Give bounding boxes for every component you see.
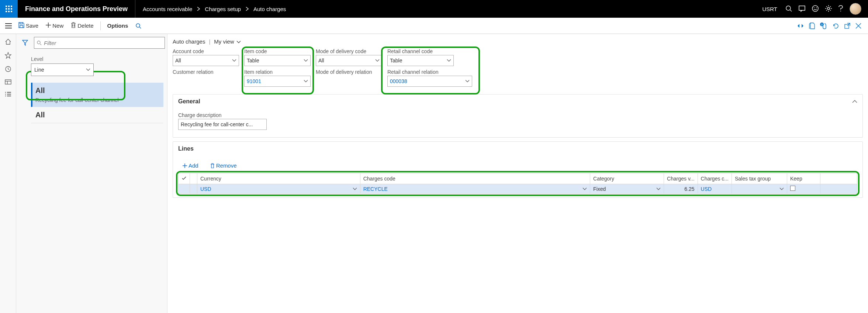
svg-line-10 <box>790 10 792 11</box>
table-row[interactable]: USD RECYCLE Fixed 6.25 USD <box>179 184 857 194</box>
recent-icon[interactable] <box>5 66 11 73</box>
options-button[interactable]: Options <box>104 21 131 30</box>
row-marker-cell <box>190 184 197 194</box>
app-launcher-button[interactable] <box>0 0 18 18</box>
user-avatar[interactable] <box>850 3 861 15</box>
workspaces-icon[interactable] <box>5 79 11 86</box>
col-charges-value[interactable]: Charges v... <box>664 173 698 184</box>
svg-rect-6 <box>6 11 7 12</box>
page-title: Auto charges <box>173 38 205 45</box>
refresh-icon[interactable] <box>833 23 839 29</box>
breadcrumb-item[interactable]: Accounts receivable <box>143 6 192 12</box>
add-label: Add <box>189 162 198 169</box>
retail-relation-select[interactable]: 000038 <box>387 76 472 87</box>
retail-code-label: Retail channel code <box>387 48 454 54</box>
cell-charges-value[interactable]: 6.25 <box>667 186 694 192</box>
svg-rect-11 <box>799 6 805 10</box>
mode-code-value: All <box>318 58 324 63</box>
cell-charges-currency[interactable]: USD <box>701 186 729 192</box>
breadcrumb-item[interactable]: Charges setup <box>205 6 241 12</box>
chevron-down-icon <box>232 59 236 62</box>
search-action-button[interactable] <box>132 21 144 30</box>
svg-rect-4 <box>8 8 10 10</box>
filter-icon[interactable] <box>18 36 32 49</box>
company-picker[interactable]: USRT <box>762 6 777 12</box>
related-info-icon[interactable] <box>797 24 804 28</box>
checkbox-icon[interactable] <box>790 186 795 191</box>
chevron-down-icon <box>582 188 587 190</box>
chevron-right-icon <box>245 7 249 11</box>
breadcrumb-item[interactable]: Auto charges <box>253 6 286 12</box>
cell-sales-tax[interactable] <box>735 188 784 190</box>
plus-icon <box>183 164 187 168</box>
attachments-badge-icon[interactable]: 0 <box>820 23 827 29</box>
cell-currency[interactable]: USD <box>200 186 357 192</box>
chevron-down-icon <box>375 59 380 62</box>
retail-code-select[interactable]: Table <box>387 55 454 66</box>
list-item-sub: Recycling fee for call-center channel <box>35 97 159 103</box>
remove-line-button[interactable]: Remove <box>207 161 240 170</box>
retail-relation-label: Retail channel relation <box>387 69 454 75</box>
item-code-value: Table <box>247 58 259 63</box>
home-icon[interactable] <box>5 38 11 46</box>
page-actions: 0 <box>797 23 865 29</box>
retail-relation-value: 000038 <box>390 78 407 84</box>
item-relation-select[interactable]: 91001 <box>244 76 311 87</box>
filter-input-text[interactable] <box>44 40 162 46</box>
remove-label: Remove <box>216 162 237 169</box>
charge-desc-input[interactable]: Recycling fee for call-center c... <box>178 119 267 130</box>
add-line-button[interactable]: Add <box>180 161 201 170</box>
favorites-icon[interactable] <box>5 52 11 60</box>
attachments-icon[interactable] <box>809 23 815 29</box>
col-keep[interactable]: Keep <box>787 173 820 184</box>
col-currency[interactable]: Currency <box>197 173 360 184</box>
save-button[interactable]: Save <box>15 21 41 31</box>
level-select[interactable]: Line <box>31 63 94 76</box>
cell-keep[interactable] <box>787 184 820 194</box>
feedback-icon[interactable] <box>812 5 819 13</box>
col-charges-code[interactable]: Charges code <box>360 173 590 184</box>
col-category[interactable]: Category <box>590 173 664 184</box>
svg-point-9 <box>786 6 791 10</box>
mode-code-label: Mode of delivery code <box>316 48 382 54</box>
collapse-icon[interactable] <box>852 98 857 105</box>
svg-line-48 <box>40 44 41 45</box>
nav-toggle-button[interactable] <box>3 23 14 28</box>
svg-point-12 <box>812 6 818 11</box>
col-sales-tax[interactable]: Sales tax group <box>732 173 787 184</box>
row-select-cell[interactable] <box>179 184 190 194</box>
view-label: My view <box>214 38 234 45</box>
popout-icon[interactable] <box>844 23 850 29</box>
col-charges-currency[interactable]: Charges c... <box>698 173 732 184</box>
new-button[interactable]: New <box>43 21 66 30</box>
chevron-down-icon <box>465 80 470 83</box>
svg-rect-8 <box>11 11 12 12</box>
svg-rect-5 <box>11 8 12 10</box>
help-icon[interactable] <box>838 5 843 13</box>
item-code-select[interactable]: Table <box>244 55 311 66</box>
cell-category[interactable]: Fixed <box>593 186 661 192</box>
list-item[interactable]: All <box>31 107 163 123</box>
search-icon[interactable] <box>785 5 792 13</box>
list-item[interactable]: All Recycling fee for call-center channe… <box>31 83 163 107</box>
mode-code-select[interactable]: All <box>316 55 382 66</box>
filter-input[interactable] <box>34 37 165 49</box>
general-section: General Charge description Recycling fee… <box>173 94 863 138</box>
modules-icon[interactable] <box>5 92 11 98</box>
chevron-down-icon <box>304 80 308 83</box>
account-code-select[interactable]: All <box>173 55 239 66</box>
col-select[interactable] <box>179 173 190 184</box>
search-icon <box>37 40 42 45</box>
plus-icon <box>46 23 51 29</box>
cell-ccur-value: USD <box>701 186 712 192</box>
delete-button[interactable]: Delete <box>68 21 96 31</box>
list-panel: Level Line All Recycling fee for call-ce… <box>16 34 167 313</box>
messages-icon[interactable] <box>799 5 805 13</box>
close-icon[interactable] <box>855 23 861 29</box>
options-label: Options <box>107 23 128 29</box>
charge-desc-value: Recycling fee for call-center c... <box>181 121 253 127</box>
view-picker[interactable]: My view <box>214 38 241 45</box>
cell-charges-code[interactable]: RECYCLE <box>363 186 587 192</box>
settings-icon[interactable] <box>825 5 832 13</box>
svg-point-15 <box>827 7 830 10</box>
